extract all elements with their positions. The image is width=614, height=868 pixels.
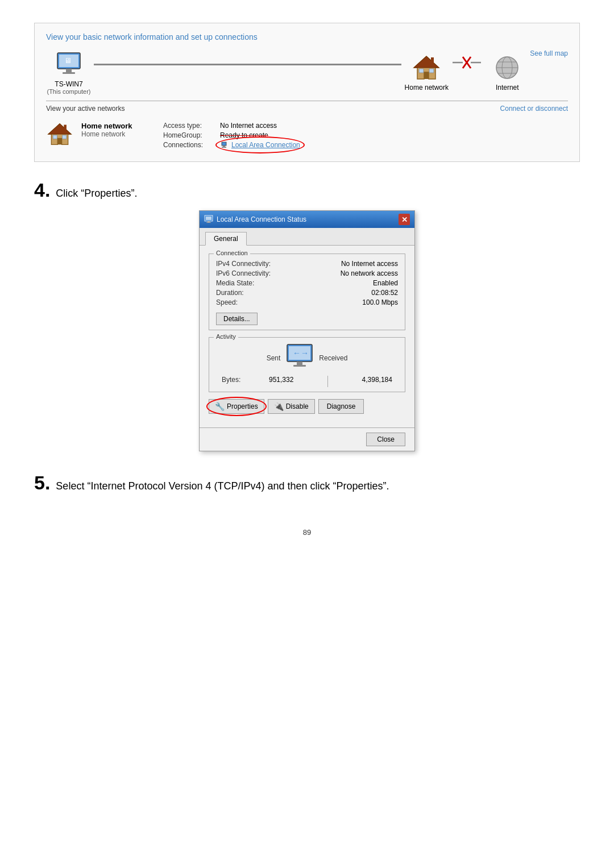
properties-label: Properties — [227, 402, 258, 410]
active-networks-bar: View your active networks Connect or dis… — [46, 101, 568, 117]
svg-rect-27 — [223, 146, 225, 147]
internet-label: Internet — [496, 84, 519, 92]
svg-rect-3 — [63, 72, 75, 74]
step4-text: Click “Properties”. — [56, 188, 137, 200]
activity-section: Activity Sent ←→ — [209, 337, 405, 392]
titlebar-icon — [204, 215, 213, 225]
connector-1 — [94, 64, 401, 65]
details-button[interactable]: Details... — [216, 313, 258, 325]
speed-label: Speed: — [216, 298, 238, 306]
svg-rect-10 — [431, 57, 434, 63]
disable-icon: 🔌 — [274, 402, 284, 411]
ipv4-row: IPv4 Connectivity: No Internet access — [216, 260, 398, 268]
dialog-buttons-row: 🔧 Properties 🔌 Disable Diagnose — [209, 399, 405, 414]
activity-computer-icon: ←→ — [285, 343, 314, 372]
internet-node: Internet — [484, 53, 530, 92]
svg-rect-37 — [293, 365, 306, 367]
svg-rect-31 — [208, 221, 210, 222]
dialog-wrapper: Local Area Connection Status ✕ General C… — [34, 210, 580, 451]
ipv4-label: IPv4 Connectivity: — [216, 260, 271, 268]
media-state-row: Media State: Enabled — [216, 279, 398, 287]
home-network-icon — [46, 122, 73, 150]
step4-label: 4. Click “Properties”. — [34, 179, 580, 201]
diagnose-button[interactable]: Diagnose — [318, 399, 364, 414]
duration-value: 02:08:52 — [371, 289, 398, 297]
properties-icon: 🔧 — [215, 402, 225, 411]
access-type-label: Access type: — [163, 122, 214, 130]
svg-marker-6 — [414, 56, 439, 68]
local-area-connection-link[interactable]: Local Area Connection — [231, 141, 300, 149]
internet-icon — [492, 53, 522, 82]
local-area-connection-status-dialog: Local Area Connection Status ✕ General C… — [199, 210, 415, 451]
svg-rect-23 — [53, 135, 57, 139]
properties-button[interactable]: 🔧 Properties — [209, 399, 264, 414]
bytes-label: Bytes: — [222, 376, 240, 387]
dialog-tab-general[interactable]: General — [205, 232, 247, 246]
home-network-type: Home network — [81, 130, 155, 138]
svg-rect-36 — [297, 362, 302, 365]
media-state-label: Media State: — [216, 279, 254, 287]
duration-label: Duration: — [216, 289, 244, 297]
duration-row: Duration: 02:08:52 — [216, 289, 398, 297]
dialog-titlebar: Local Area Connection Status ✕ — [200, 211, 414, 228]
step5-text: Select “Internet Protocol Version 4 (TCP… — [56, 480, 389, 492]
bytes-row: Bytes: 951,332 4,398,184 — [216, 376, 398, 387]
svg-rect-28 — [222, 147, 226, 148]
received-label: Received — [319, 354, 347, 362]
disable-label: Disable — [286, 402, 309, 410]
computer-icon: 🖥 — [54, 49, 84, 79]
see-full-map-link[interactable]: See full map — [530, 49, 568, 57]
dialog-close-x-button[interactable]: ✕ — [399, 214, 410, 225]
activity-legend: Activity — [214, 333, 238, 340]
ipv4-value: No Internet access — [341, 260, 398, 268]
bytes-received: 4,398,184 — [362, 376, 392, 387]
close-button[interactable]: Close — [366, 433, 405, 446]
active-networks-label: View your active networks — [46, 105, 125, 113]
step5-number: 5. — [34, 472, 50, 494]
home-node: Home network — [404, 53, 449, 92]
home-info-right: Access type: No Internet access HomeGrou… — [163, 122, 300, 149]
svg-rect-25 — [64, 125, 67, 130]
connections-row: Connections: Local Area Connection — [163, 141, 300, 149]
svg-rect-7 — [424, 72, 429, 79]
svg-text:←→: ←→ — [293, 348, 309, 358]
step4-number: 4. — [34, 179, 50, 201]
connection-section: Connection IPv4 Connectivity: No Interne… — [209, 254, 405, 330]
svg-rect-32 — [206, 222, 211, 223]
svg-marker-21 — [48, 124, 71, 134]
svg-rect-2 — [66, 69, 72, 72]
home-network-row: Home network Home network Access type: N… — [46, 122, 568, 150]
dialog-tab-bar: General — [200, 228, 414, 246]
media-state-value: Enabled — [373, 279, 398, 287]
connection-legend: Connection — [214, 250, 250, 256]
svg-rect-24 — [63, 135, 67, 139]
x-connector — [449, 54, 484, 74]
computer-label: TS-WIN7 — [55, 80, 82, 88]
speed-value: 100.0 Mbps — [362, 298, 398, 306]
sent-label: Sent — [267, 354, 281, 362]
network-panel: View your basic network information and … — [34, 23, 580, 162]
svg-rect-8 — [419, 69, 424, 73]
bytes-divider — [327, 376, 328, 387]
dialog-footer: Close — [200, 427, 414, 451]
access-type-row: Access type: No Internet access — [163, 122, 300, 130]
svg-rect-26 — [222, 142, 226, 146]
step5-label: 5. Select “Internet Protocol Version 4 (… — [34, 472, 580, 494]
home-network-name: Home network — [81, 122, 155, 130]
svg-rect-22 — [57, 138, 61, 144]
panel-title: View your basic network information and … — [46, 32, 568, 41]
connect-disconnect-link[interactable]: Connect or disconnect — [500, 105, 568, 113]
svg-rect-9 — [429, 69, 434, 73]
connections-label: Connections: — [163, 141, 214, 149]
dialog-title-left: Local Area Connection Status — [204, 215, 306, 225]
disable-button[interactable]: 🔌 Disable — [268, 399, 315, 414]
computer-node: 🖥 TS-WIN7 (This computer) — [46, 49, 92, 95]
bytes-sent: 951,332 — [269, 376, 293, 387]
access-type-value: No Internet access — [220, 122, 277, 130]
svg-text:🖥: 🖥 — [64, 56, 72, 65]
home-label: Home network — [405, 84, 449, 92]
homegroup-value: Ready to create — [220, 131, 268, 139]
homegroup-row: HomeGroup: Ready to create — [163, 131, 300, 139]
dialog-title-text: Local Area Connection Status — [217, 215, 306, 223]
computer-sublabel: (This computer) — [47, 88, 90, 95]
